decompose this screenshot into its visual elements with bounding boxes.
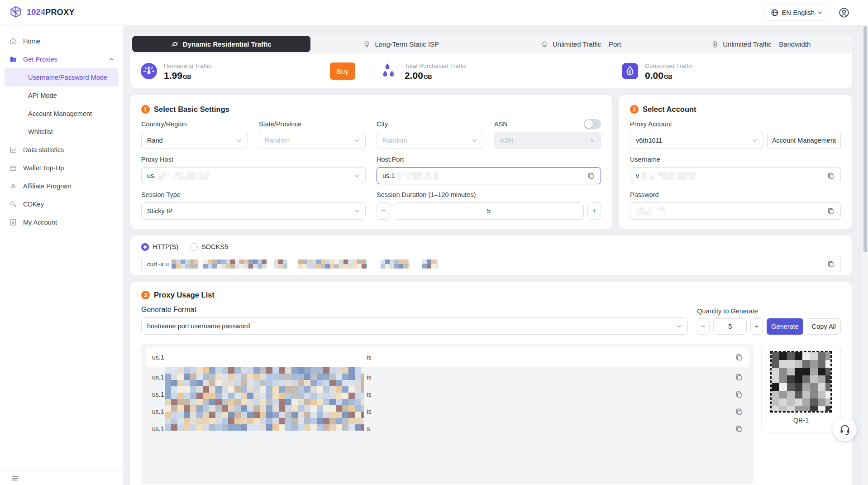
chevron-down-icon <box>589 138 595 144</box>
sidebar-item-get-proxies[interactable]: Get Proxies <box>0 50 123 68</box>
copy-icon[interactable] <box>735 390 743 399</box>
country-select[interactable]: Rand <box>141 132 248 149</box>
tab-dynamic-residential-traffic[interactable]: Dynamic Residential Traffic <box>132 36 310 52</box>
radio-https[interactable]: HTTP(S) <box>141 243 178 251</box>
copy-icon[interactable] <box>735 373 743 381</box>
field-label: Quantity to Generate <box>697 307 841 315</box>
collapse-menu-icon[interactable] <box>11 474 19 482</box>
select-account-card: 2 Select Account Proxy Account v6th1011 … <box>619 95 852 229</box>
stat-remaining-traffic: Remaining Traffic 1.99GB Buy <box>130 61 371 82</box>
asn-placeholder: ASN <box>500 137 514 144</box>
quantity-plus-button[interactable]: + <box>750 318 763 335</box>
copy-icon[interactable] <box>735 408 743 416</box>
chevron-down-icon <box>472 138 477 144</box>
sidebar-item-whitelist[interactable]: Whitelist <box>5 123 119 141</box>
asn-select[interactable]: ASN <box>494 132 601 149</box>
account-management-button[interactable]: Account Management <box>767 132 841 149</box>
sidebar-item-label: CDKey <box>23 201 44 208</box>
sidebar-item-label: Data statistics <box>23 146 64 154</box>
proxy-usage-card: 3 Proxy Usage List Generate Format hostn… <box>130 282 852 485</box>
buy-button[interactable]: Buy <box>330 62 355 80</box>
generate-format-value: hostname:port:username:password <box>147 322 250 330</box>
sidebar-item-account-management[interactable]: Account Management <box>5 105 119 123</box>
sidebar-item-username-password-mode[interactable]: Username/Password Mode <box>5 68 119 86</box>
field-label: ASN <box>494 120 508 128</box>
password-field[interactable] <box>630 202 841 220</box>
top-header: EN-English <box>123 0 868 25</box>
sidebar-item-label: Home <box>23 38 41 45</box>
proxy-account-select[interactable]: v6th1011 <box>630 132 763 149</box>
sidebar-item-cdkey[interactable]: CDKey <box>0 195 123 213</box>
proxy-host-select[interactable]: us. <box>141 167 366 184</box>
host-port-input[interactable]: us.1 <box>377 167 601 184</box>
user-avatar-icon[interactable] <box>838 7 850 19</box>
proxy-prefix: us.1 <box>152 391 164 398</box>
host-port-value: us.1 <box>382 172 395 179</box>
gauge-icon <box>140 62 157 80</box>
duration-minus-button[interactable]: − <box>377 202 390 220</box>
duration-input[interactable]: 5 <box>394 202 584 220</box>
chevron-down-icon <box>354 138 360 144</box>
asn-toggle[interactable] <box>584 119 601 129</box>
radio-label: HTTP(S) <box>153 243 178 250</box>
sidebar-item-data-statistics[interactable]: Data statistics <box>0 141 123 159</box>
sidebar-item-home[interactable]: Home <box>0 32 123 50</box>
sidebar-item-wallet-top-up[interactable]: Wallet Top-Up <box>0 159 123 177</box>
generate-format-select[interactable]: hostname:port:username:password <box>141 317 688 335</box>
proxy-prefix: us.1 <box>152 408 164 415</box>
copy-all-button[interactable]: Copy All <box>807 318 841 335</box>
redacted-blur <box>274 259 287 269</box>
brand-name-secondary: PROXY <box>45 8 75 17</box>
sidebar-item-label: Get Proxies <box>23 56 57 63</box>
quantity-minus-button[interactable]: − <box>697 318 710 335</box>
stat-label: Total Purchased Traffic <box>405 62 467 69</box>
sidebar-item-label: Username/Password Mode <box>28 74 107 81</box>
sidebar-item-api-mode[interactable]: API Mode <box>5 86 119 105</box>
state-placeholder: Random <box>265 137 290 144</box>
copy-icon[interactable] <box>735 425 743 433</box>
sidebar-item-my-account[interactable]: My Account <box>0 213 123 231</box>
chevron-down-icon <box>354 173 360 179</box>
redacted-blur <box>636 207 665 215</box>
tab-label: Unlimited Traffic – Bandwidth <box>723 40 811 48</box>
copy-icon[interactable] <box>827 172 835 180</box>
generate-button[interactable]: Generate <box>767 318 803 335</box>
qr-card[interactable]: QR-1 <box>761 344 841 432</box>
state-select[interactable]: Random <box>259 132 366 149</box>
redacted-blur <box>422 259 438 269</box>
session-type-select[interactable]: Sticky IP <box>141 202 366 220</box>
sidebar-item-affiliate-program[interactable]: Affiliate Program <box>0 177 123 195</box>
proxy-prefix: us.1 <box>152 354 164 361</box>
scrollbar-thumb[interactable] <box>863 26 867 252</box>
tab-unlimited-traffic-port[interactable]: Unlimited Traffic – Port <box>492 36 670 52</box>
field-label: Session Duration (1–120 minutes) <box>377 191 476 198</box>
tab-long-term-static-isp[interactable]: Long-Term Static ISP <box>312 36 491 52</box>
qr-code-image <box>770 351 832 413</box>
quantity-input[interactable]: 5 <box>713 318 747 335</box>
copy-icon[interactable] <box>587 172 595 180</box>
copy-icon[interactable] <box>827 207 835 215</box>
sidebar-item-label: Account Management <box>28 110 92 117</box>
field-label: Proxy Account <box>630 120 672 128</box>
language-selector[interactable]: EN-English <box>764 5 829 21</box>
consumed-drop-icon <box>621 62 639 80</box>
step-badge: 3 <box>141 291 150 299</box>
tab-unlimited-traffic-bandwidth[interactable]: Unlimited Traffic – Bandwidth <box>672 36 850 52</box>
chevron-down-icon <box>354 208 360 214</box>
page-scrollbar[interactable] <box>863 25 868 485</box>
product-tabbar: Dynamic Residential Traffic Long-Term St… <box>130 34 852 54</box>
support-button[interactable] <box>833 418 857 441</box>
copy-icon[interactable] <box>827 260 835 268</box>
proxy-suffix: is <box>367 391 371 398</box>
app-window: 1024PROXY Home Get Proxies Username/Pass… <box>0 0 868 485</box>
duration-plus-button[interactable]: + <box>587 202 601 220</box>
copy-icon[interactable] <box>735 353 743 361</box>
username-field[interactable]: v <box>630 167 841 184</box>
city-select[interactable]: Random <box>377 132 483 149</box>
radio-socks5[interactable]: SOCKS5 <box>190 243 228 251</box>
proxy-list: us.1 is us.1 is <box>141 344 754 484</box>
protocol-card: HTTP(S) SOCKS5 curl -x u <box>130 235 852 275</box>
curl-command-field[interactable]: curl -x u <box>141 256 841 272</box>
section-title: Proxy Usage List <box>154 291 215 299</box>
step-badge: 1 <box>141 105 150 114</box>
